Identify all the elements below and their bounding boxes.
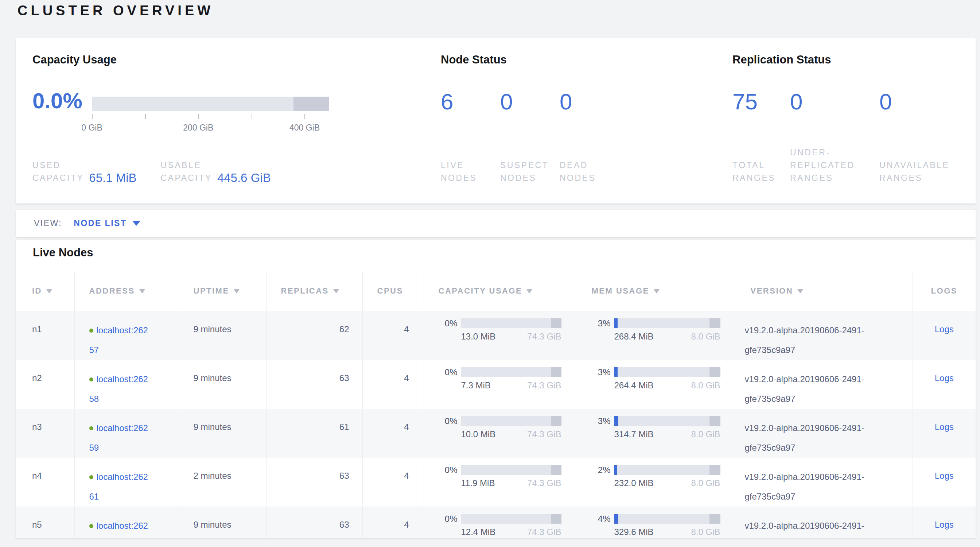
view-selector-bar: VIEW: NODE LIST [16, 210, 975, 237]
mem-usage-cell: 4%329.6 MiB8.0 GiB [577, 507, 736, 538]
version-cell: v19.2.0-alpha.20190606-2491-gfe735c9a97 [736, 458, 913, 507]
used-capacity-label: USEDCAPACITY [32, 159, 84, 184]
mem-total-value: 8.0 GiB [691, 331, 720, 342]
column-header-capacity[interactable]: CAPACITY USAGE [424, 272, 577, 311]
address-link[interactable]: localhost:26258 [89, 374, 148, 404]
replication-status-section: Replication Status 7500 TOTALRANGESUNDER… [732, 53, 958, 184]
live-nodes-label: LIVENODES [441, 159, 500, 184]
capacity-bar-reserved-segment [551, 416, 562, 426]
capacity-bar [461, 465, 562, 475]
mem-bar [614, 416, 721, 426]
logs-link[interactable]: Logs [935, 520, 954, 530]
used-capacity-value: 65.1 MiB [89, 171, 136, 184]
live-status-dot-icon [89, 426, 93, 430]
column-header-id[interactable]: ID [16, 272, 75, 311]
mem-usage-cell: 3%314.7 MiB8.0 GiB [577, 409, 736, 458]
view-label: VIEW: [34, 218, 62, 228]
column-header-version[interactable]: VERSION [736, 272, 913, 311]
sort-desc-icon [46, 289, 52, 294]
live-nodes-heading: Live Nodes [16, 240, 975, 272]
logs-link[interactable]: Logs [935, 422, 954, 432]
node-status-section: Node Status 600 LIVENODESSUSPECTNODESDEA… [441, 53, 732, 184]
live-status-dot-icon [89, 524, 93, 528]
view-dropdown[interactable]: NODE LIST [74, 218, 140, 228]
total-ranges-label-col: TOTALRANGES [732, 159, 790, 184]
mem-bar-reserved-segment [710, 318, 720, 328]
mem-bar [614, 514, 721, 524]
live-nodes-table: IDADDRESSUPTIMEREPLICASCPUSCAPACITY USAG… [16, 272, 975, 538]
unavailable-ranges-label-col: UNAVAILABLERANGES [880, 159, 950, 184]
logs-cell: Logs [913, 458, 975, 507]
node-row-n4: n4localhost:262612 minutes6340%11.9 MiB7… [16, 458, 975, 507]
column-header-logs: LOGS [913, 272, 975, 311]
mem-bar-reserved-segment [710, 514, 720, 524]
dead-nodes-label: DEADNODES [560, 159, 596, 184]
capacity-bar [461, 318, 562, 328]
sort-desc-icon [139, 289, 145, 294]
capacity-usage: 0%11.9 MiB74.3 GiB [439, 465, 562, 488]
axis-tick [304, 114, 305, 119]
capacity-bar-reserved-segment [551, 367, 562, 377]
uptime-cell: 9 minutes [179, 360, 266, 409]
capacity-percent: 0% [439, 416, 458, 439]
capacity-usage: 0%13.0 MiB74.3 GiB [439, 318, 562, 342]
column-header-replicas[interactable]: REPLICAS [266, 272, 363, 311]
address-cell: localhost:26258 [75, 360, 179, 409]
capacity-used-value: 10.0 MiB [461, 429, 496, 439]
mem-total-value: 8.0 GiB [691, 380, 720, 391]
capacity-used-value: 11.9 MiB [461, 478, 495, 488]
replicas-cell: 62 [266, 311, 363, 360]
replicas-cell: 63 [266, 507, 363, 538]
axis-tick-label: 400 GiB [290, 123, 320, 133]
uptime-cell: 9 minutes [179, 311, 266, 360]
capacity-percent: 0% [439, 465, 458, 488]
node-row-n3: n3localhost:262599 minutes6140%10.0 MiB7… [16, 409, 975, 458]
mem-usage-cell: 2%232.0 MiB8.0 GiB [577, 458, 736, 507]
replication-status-numbers: 7500 [732, 89, 958, 115]
sort-desc-icon [333, 289, 339, 294]
view-dropdown-selected[interactable]: NODE LIST [74, 218, 127, 228]
dead-nodes-label-col: DEADNODES [560, 159, 596, 184]
version-text: v19.2.0-alpha.20190606-2491-gfe735c9a97 [745, 321, 868, 360]
address-link[interactable]: localhost:26257 [89, 325, 148, 355]
capacity-usage-cell: 0%7.3 MiB74.3 GiB [424, 360, 577, 409]
column-header-label: REPLICAS [281, 286, 329, 296]
logs-cell: Logs [913, 311, 975, 360]
cpus-cell: 4 [363, 409, 424, 458]
address-link[interactable]: localhost:26261 [89, 472, 148, 501]
used-capacity-stat: USEDCAPACITY65.1 MiB [32, 159, 137, 184]
node-status-heading: Node Status [441, 53, 732, 67]
mem-bar-reserved-segment [710, 465, 720, 475]
column-header-uptime[interactable]: UPTIME [179, 272, 266, 311]
capacity-bar [461, 514, 562, 524]
column-header-label: VERSION [751, 286, 793, 296]
capacity-gauge: 0.0% 0 GiB200 GiB400 GiB [32, 87, 441, 137]
page-title: CLUSTER OVERVIEW [18, 3, 214, 19]
mem-percent: 2% [592, 465, 611, 488]
live-status-dot-icon [89, 475, 93, 479]
version-text: v19.2.0-alpha.20190606-2491-gfe735c9a97 [745, 467, 868, 507]
mem-usage: 4%329.6 MiB8.0 GiB [592, 514, 721, 537]
address-link[interactable]: localhost:26262 [89, 521, 148, 538]
mem-percent: 3% [592, 416, 611, 439]
unavailable-ranges-value: 0 [880, 89, 892, 115]
mem-usage: 3%264.4 MiB8.0 GiB [592, 367, 721, 391]
capacity-bar [461, 416, 562, 426]
column-header-memory[interactable]: MEM USAGE [577, 272, 736, 311]
usable-capacity-value: 445.6 GiB [217, 171, 271, 184]
sort-desc-icon [654, 289, 660, 294]
logs-link[interactable]: Logs [935, 471, 954, 481]
mem-bar [614, 465, 721, 475]
column-header-label: ID [32, 286, 42, 296]
total-ranges-label: TOTALRANGES [732, 159, 790, 184]
logs-link[interactable]: Logs [935, 373, 954, 383]
capacity-total-value: 74.3 GiB [527, 429, 561, 439]
address-link[interactable]: localhost:26259 [89, 423, 148, 453]
live-nodes-label-col: LIVENODES [441, 159, 500, 184]
mem-bar [614, 367, 721, 377]
chevron-down-icon [132, 221, 140, 226]
mem-percent: 3% [592, 367, 611, 391]
column-header-addr[interactable]: ADDRESS [75, 272, 179, 311]
logs-link[interactable]: Logs [935, 324, 954, 334]
mem-usage-cell: 3%268.4 MiB8.0 GiB [577, 311, 736, 360]
